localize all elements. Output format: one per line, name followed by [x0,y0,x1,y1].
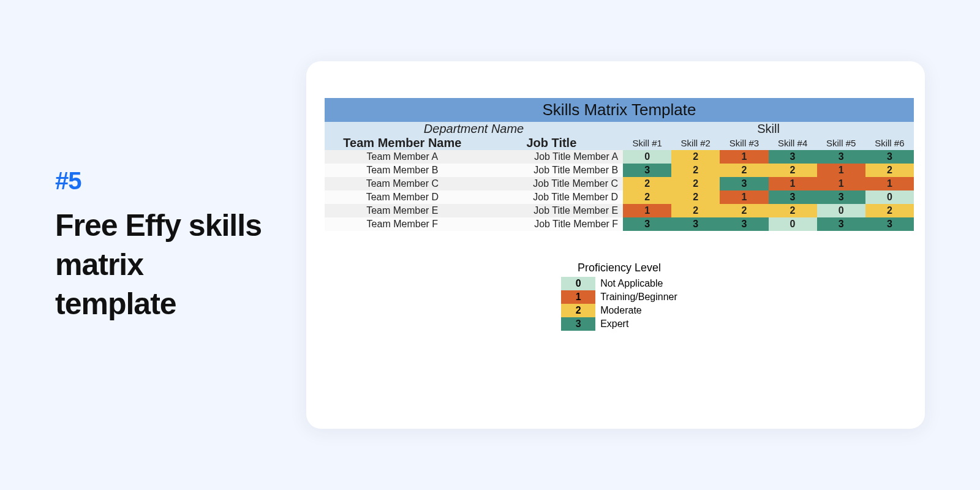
member-name: Team Member B [325,164,480,177]
skill-level-cell: 3 [769,190,817,204]
skills-matrix-table: Skills Matrix Template Department Name S… [325,98,914,231]
job-header: Job Title [480,136,623,150]
skill-level-cell: 0 [769,217,817,231]
skill-level-cell: 2 [671,177,720,190]
skill-level-cell: 2 [865,164,914,177]
skill-level-cell: 1 [720,190,768,204]
skill-level-cell: 2 [720,164,768,177]
skill-header: Skill #6 [865,136,914,150]
skill-level-cell: 2 [623,190,671,204]
skill-level-cell: 2 [769,204,817,217]
skill-level-cell: 2 [623,177,671,190]
legend-row: 0Not Applicable [561,277,677,290]
skill-level-cell: 3 [720,177,768,190]
skill-level-cell: 2 [720,204,768,217]
skill-level-cell: 2 [671,190,720,204]
skill-level-cell: 1 [865,177,914,190]
skill-level-cell: 2 [769,164,817,177]
table-row: Team Member DJob Title Member D221330 [325,190,914,204]
matrix-title: Skills Matrix Template [325,98,914,122]
skill-level-cell: 3 [769,150,817,164]
skill-level-cell: 2 [671,164,720,177]
skill-level-cell: 1 [817,164,865,177]
legend-label: Moderate [600,305,642,316]
matrix-body: Team Member AJob Title Member A021333Tea… [325,150,914,231]
skill-level-cell: 3 [865,150,914,164]
name-header: Team Member Name [325,136,480,150]
member-name: Team Member A [325,150,480,164]
legend-title: Proficiency Level [561,262,677,274]
skill-group-label: Skill [623,122,914,136]
skill-level-cell: 0 [623,150,671,164]
skill-level-cell: 3 [623,217,671,231]
skill-level-cell: 1 [623,204,671,217]
table-row: Team Member BJob Title Member B322212 [325,164,914,177]
skill-level-cell: 2 [671,204,720,217]
member-name: Team Member D [325,190,480,204]
legend-swatch: 0 [561,277,595,290]
legend-row: 3Expert [561,317,677,331]
job-title: Job Title Member F [480,217,623,231]
skill-header: Skill #2 [671,136,720,150]
table-row: Team Member FJob Title Member F333033 [325,217,914,231]
skill-level-cell: 3 [720,217,768,231]
text-panel: #5 Free Effy skills matrix template [55,167,270,323]
skill-header: Skill #5 [817,136,865,150]
skill-level-cell: 1 [817,177,865,190]
skill-level-cell: 1 [769,177,817,190]
job-title: Job Title Member C [480,177,623,190]
item-title: Free Effy skills matrix template [55,206,270,323]
job-title: Job Title Member D [480,190,623,204]
member-name: Team Member F [325,217,480,231]
skill-level-cell: 0 [865,190,914,204]
member-name: Team Member C [325,177,480,190]
skill-level-cell: 3 [817,150,865,164]
skill-level-cell: 3 [817,217,865,231]
skill-level-cell: 1 [720,150,768,164]
skill-level-cell: 0 [817,204,865,217]
skill-level-cell: 3 [817,190,865,204]
skill-level-cell: 3 [623,164,671,177]
skill-level-cell: 3 [865,217,914,231]
legend-label: Expert [600,318,628,330]
job-title: Job Title Member E [480,204,623,217]
table-row: Team Member CJob Title Member C223111 [325,177,914,190]
table-row: Team Member AJob Title Member A021333 [325,150,914,164]
job-title: Job Title Member A [480,150,623,164]
skill-level-cell: 3 [671,217,720,231]
skill-header: Skill #3 [720,136,768,150]
legend-row: 1Training/Beginner [561,290,677,304]
legend-row: 2Moderate [561,304,677,317]
legend-label: Training/Beginner [600,292,677,303]
table-row: Team Member EJob Title Member E122202 [325,204,914,217]
proficiency-legend: Proficiency Level 0Not Applicable1Traini… [561,262,677,331]
legend-swatch: 3 [561,317,595,331]
legend-swatch: 2 [561,304,595,317]
skill-header: Skill #1 [623,136,671,150]
template-preview-card: Skills Matrix Template Department Name S… [306,61,925,429]
skill-level-cell: 2 [865,204,914,217]
legend-label: Not Applicable [600,278,663,289]
member-name: Team Member E [325,204,480,217]
item-number-badge: #5 [55,167,270,195]
legend-swatch: 1 [561,290,595,304]
job-title: Job Title Member B [480,164,623,177]
skill-level-cell: 2 [671,150,720,164]
legend-container: Proficiency Level 0Not Applicable1Traini… [325,262,914,331]
skill-header: Skill #4 [769,136,817,150]
department-label: Department Name [325,122,623,136]
